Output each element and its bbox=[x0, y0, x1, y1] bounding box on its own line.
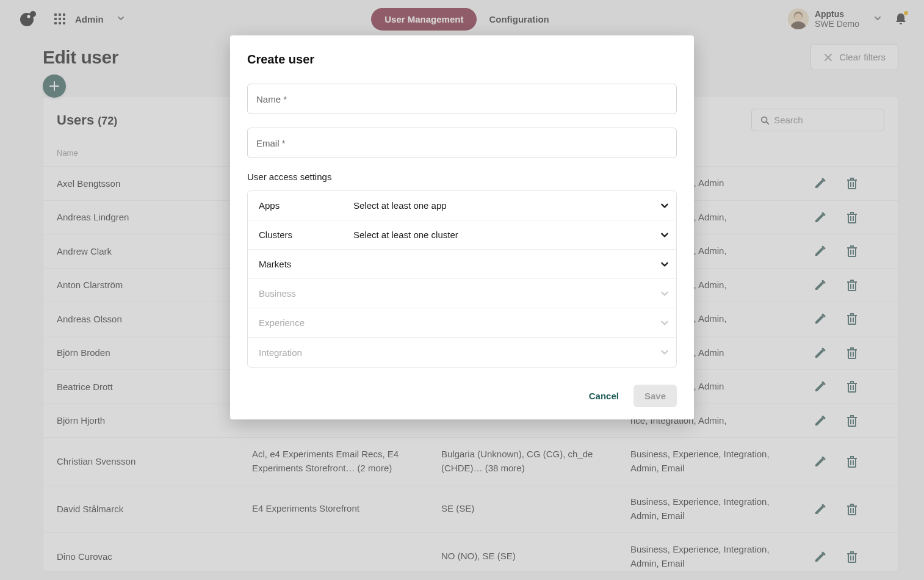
clusters-selector[interactable]: Clusters Select at least one cluster bbox=[248, 220, 676, 250]
apps-selector[interactable]: Apps Select at least one app bbox=[248, 191, 676, 220]
access-settings-label: User access settings bbox=[247, 172, 677, 182]
integration-label: Integration bbox=[259, 347, 353, 358]
chevron-down-icon bbox=[644, 201, 669, 210]
save-button[interactable]: Save bbox=[633, 385, 677, 407]
clusters-placeholder: Select at least one cluster bbox=[353, 230, 644, 240]
business-label: Business bbox=[259, 288, 353, 299]
apps-label: Apps bbox=[259, 200, 353, 211]
modal-title: Create user bbox=[247, 53, 677, 67]
business-selector: Business bbox=[248, 279, 676, 308]
experience-label: Experience bbox=[259, 317, 353, 328]
email-field[interactable]: Email * bbox=[247, 128, 677, 158]
markets-label: Markets bbox=[259, 259, 353, 269]
create-user-modal: Create user Name * Email * User access s… bbox=[230, 35, 694, 419]
name-field-label: Name * bbox=[256, 94, 287, 104]
integration-selector: Integration bbox=[248, 338, 676, 367]
name-field[interactable]: Name * bbox=[247, 84, 677, 114]
email-field-label: Email * bbox=[256, 138, 286, 148]
access-settings-group: Apps Select at least one app Clusters Se… bbox=[247, 190, 677, 368]
experience-selector: Experience bbox=[248, 308, 676, 338]
cancel-button[interactable]: Cancel bbox=[589, 391, 619, 401]
chevron-down-icon bbox=[644, 348, 669, 357]
chevron-down-icon bbox=[644, 231, 669, 239]
chevron-down-icon bbox=[644, 319, 669, 327]
chevron-down-icon bbox=[644, 289, 669, 298]
clusters-label: Clusters bbox=[259, 230, 353, 240]
markets-selector[interactable]: Markets bbox=[248, 250, 676, 279]
apps-placeholder: Select at least one app bbox=[353, 200, 644, 211]
chevron-down-icon bbox=[644, 260, 669, 269]
